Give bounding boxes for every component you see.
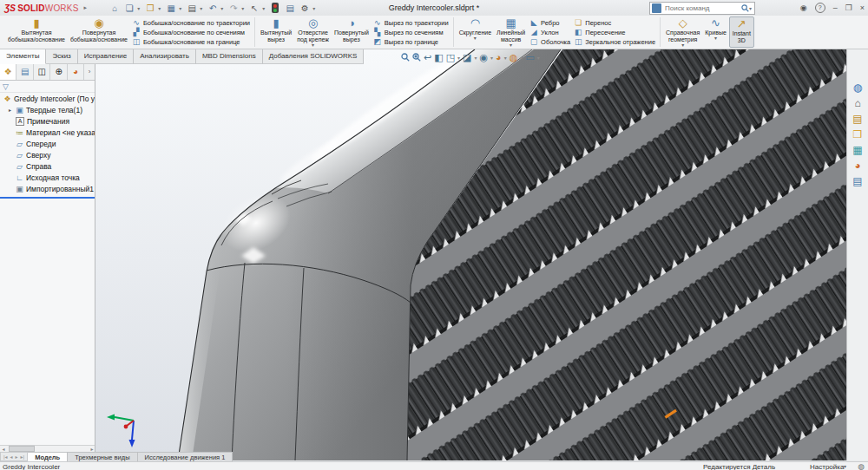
graphics-viewport[interactable]: ↩ ◧ ◳▾ ◪▾ ◉▾ ◕▾ ◍▾ ▭▾ <box>95 49 846 460</box>
configuration-dropdown-icon[interactable]: ▾ <box>844 463 846 469</box>
next-tab-icon[interactable]: ▸ <box>16 454 18 460</box>
tree-item-part[interactable]: ❖ Greddy Intercooler (По умолчанию< <box>0 93 95 104</box>
tree-item-front-plane[interactable]: ▱ Спереди <box>0 138 95 149</box>
undo-icon[interactable]: ↶ <box>206 3 220 13</box>
scroll-left-icon[interactable]: ◂ <box>0 446 7 452</box>
configuration-manager-tab[interactable]: ◫ <box>34 64 50 80</box>
intersect-button[interactable]: ◧Пересечение <box>574 28 655 36</box>
display-style-dropdown-icon[interactable]: ▾ <box>474 55 477 61</box>
home-icon[interactable]: ⌂ <box>108 3 122 13</box>
zoom-to-area-icon[interactable] <box>412 53 421 62</box>
fillet-button[interactable]: ◠ Скругление ▾ <box>457 16 494 48</box>
move-copy-button[interactable]: ❏Перенос <box>574 18 655 27</box>
print-dropdown-icon[interactable]: ▾ <box>200 5 205 11</box>
close-button[interactable]: × <box>860 3 865 12</box>
boundary-cut-button[interactable]: ◩Вырез по границе <box>373 37 449 46</box>
home-tab-icon[interactable]: ⌂ <box>854 98 860 108</box>
command-search[interactable]: ▾ <box>649 2 755 15</box>
mirror-button[interactable]: ◫Зеркальное отражение <box>574 37 655 46</box>
appearances-scenes-icon[interactable]: ◕ <box>854 160 860 171</box>
reference-geometry-button[interactable]: ◇ Справочная геометрия ▾ <box>663 16 702 48</box>
tab-sketch[interactable]: Эскиз <box>46 49 77 64</box>
swept-boss-button[interactable]: ∿Бобышка/основание по траектории <box>132 18 250 27</box>
section-view-icon[interactable]: ◧ <box>434 52 443 62</box>
edit-appearance-dropdown-icon[interactable]: ▾ <box>504 55 507 61</box>
prev-tab-icon[interactable]: ◂ <box>10 454 13 460</box>
reference-geometry-dropdown-icon[interactable]: ▾ <box>681 43 684 48</box>
lofted-cut-button[interactable]: ▚Вырез по сечениям <box>373 28 449 36</box>
curves-dropdown-icon[interactable]: ▾ <box>714 36 717 41</box>
apply-scene-icon[interactable]: ◍ <box>510 52 518 62</box>
new-document-icon[interactable]: ❏ <box>122 3 136 13</box>
new-dropdown-icon[interactable]: ▾ <box>137 5 142 11</box>
rib-button[interactable]: ◣Ребро <box>529 18 570 27</box>
view-orientation-icon[interactable]: ◳ <box>446 52 455 62</box>
print-icon[interactable]: ▤ <box>185 3 199 13</box>
extruded-cut-button[interactable]: ▮ Вытянутый вырез <box>258 16 294 48</box>
save-dropdown-icon[interactable]: ▾ <box>179 5 184 11</box>
hide-show-dropdown-icon[interactable]: ▾ <box>490 55 493 61</box>
logo-flyout-icon[interactable]: ▸ <box>84 4 88 11</box>
select-dropdown-icon[interactable]: ▾ <box>262 5 267 11</box>
rollback-bar[interactable] <box>0 197 95 199</box>
tree-item-right-plane[interactable]: ▱ Справа <box>0 160 95 172</box>
lofted-boss-button[interactable]: ▞Бобышка/основание по сечениям <box>132 28 250 36</box>
tab-model[interactable]: Модель <box>28 452 68 461</box>
options-gear-icon[interactable]: ⚙ <box>298 3 312 13</box>
restore-button[interactable]: ❐ <box>845 3 852 12</box>
panel-tabs-overflow-icon[interactable]: › <box>84 64 95 80</box>
search-dropdown-icon[interactable]: ▾ <box>749 5 754 11</box>
save-icon[interactable]: ▦ <box>164 3 178 13</box>
search-input[interactable] <box>663 3 741 13</box>
dimxpert-manager-tab[interactable]: ⊕ <box>50 64 67 80</box>
property-manager-tab[interactable]: ▤ <box>16 64 33 80</box>
select-arrow-icon[interactable]: ↖ <box>247 3 261 13</box>
hole-wizard-dropdown-icon[interactable]: ▾ <box>312 43 314 48</box>
undo-dropdown-icon[interactable]: ▾ <box>220 5 226 11</box>
view-settings-dropdown-icon[interactable]: ▾ <box>537 55 540 61</box>
rebuild-traffic-light-icon[interactable] <box>272 3 279 13</box>
revolved-cut-button[interactable]: ◑ Повернутый вырез <box>332 16 372 48</box>
view-orientation-dropdown-icon[interactable]: ▾ <box>457 55 460 61</box>
tab-scroll-buttons[interactable]: |◂ ◂ ▸ ▸| <box>0 452 28 461</box>
boundary-boss-button[interactable]: ◫Бобышка/основание на границе <box>132 37 250 46</box>
status-tag-icon[interactable]: ◍ <box>858 462 865 470</box>
solidworks-resources-icon[interactable]: ◍ <box>853 82 862 93</box>
3d-viewport-scene[interactable] <box>95 49 846 460</box>
display-style-icon[interactable]: ◪ <box>463 52 471 62</box>
zoom-to-fit-icon[interactable] <box>401 53 410 62</box>
options-dropdown-icon[interactable]: ▾ <box>312 5 318 11</box>
tab-solidworks-addins[interactable]: Добавления SOLIDWORKS <box>263 49 365 64</box>
tree-item-origin[interactable]: ∟ Исходная точка <box>0 172 95 183</box>
tab-features[interactable]: Элементы <box>0 49 46 64</box>
tab-motion-study-1[interactable]: Исследование движения 1 <box>138 452 233 461</box>
tree-filter[interactable]: ▽ <box>0 81 95 93</box>
display-manager-tab[interactable]: ◕ <box>68 64 84 80</box>
panel-horizontal-scrollbar[interactable]: ◂ ▸ <box>0 445 95 452</box>
user-account-icon[interactable]: ◉ <box>800 3 807 12</box>
tree-item-imported1[interactable]: ▣ Импортированный1 <box>0 183 95 194</box>
curves-button[interactable]: ∿ Кривые ▾ <box>702 16 729 48</box>
first-tab-icon[interactable]: |◂ <box>3 454 8 460</box>
extruded-boss-button[interactable]: ▮ Вытянутая бобышка/основание <box>5 16 68 48</box>
tab-evaluate[interactable]: Анализировать <box>134 49 196 64</box>
tab-mbd-dimensions[interactable]: MBD Dimensions <box>196 49 263 64</box>
tab-repair[interactable]: Исправление <box>78 49 135 64</box>
apply-scene-dropdown-icon[interactable]: ▾ <box>520 55 523 61</box>
hole-wizard-button[interactable]: ◎ Отверстие под крепеж ▾ <box>294 16 332 48</box>
view-palette-icon[interactable]: ▦ <box>852 145 862 155</box>
feature-manager-tab[interactable]: ❖ <box>0 64 16 80</box>
help-icon[interactable]: ? <box>815 3 825 13</box>
design-library-icon[interactable]: ▤ <box>852 114 862 124</box>
view-settings-icon[interactable]: ▭ <box>525 52 534 62</box>
swept-cut-button[interactable]: ∿Вырез по траектории <box>373 18 449 27</box>
hide-show-items-icon[interactable]: ◉ <box>479 52 488 62</box>
minimize-button[interactable]: – <box>833 3 838 12</box>
fillet-dropdown-icon[interactable]: ▾ <box>474 36 477 41</box>
revolved-boss-button[interactable]: ◉ Повернутая бобышка/основание <box>68 16 130 48</box>
linear-pattern-dropdown-icon[interactable]: ▾ <box>510 43 512 48</box>
edit-appearance-icon[interactable]: ◕ <box>496 52 502 62</box>
last-tab-icon[interactable]: ▸| <box>21 454 25 460</box>
shell-button[interactable]: ▢Оболочка <box>529 37 570 46</box>
linear-pattern-button[interactable]: ▦ Линейный массив ▾ <box>494 16 528 48</box>
